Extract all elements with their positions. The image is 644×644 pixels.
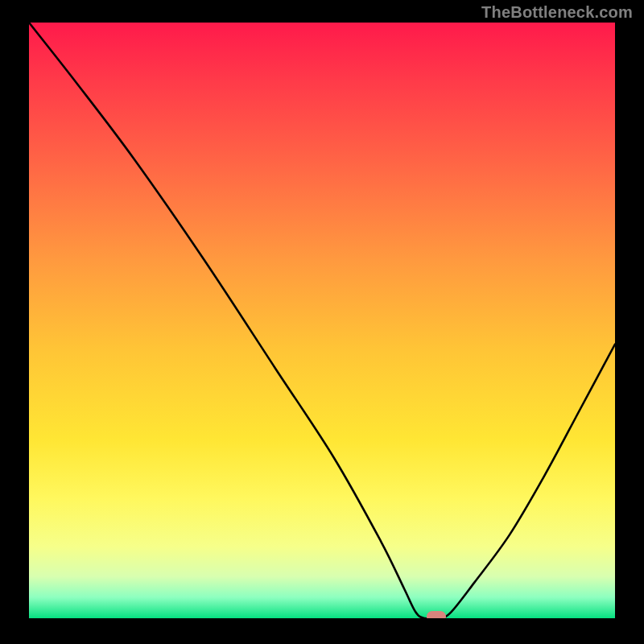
plot-area	[29, 23, 615, 618]
svg-rect-1	[427, 611, 446, 618]
watermark-text: TheBottleneck.com	[481, 3, 633, 22]
chart-frame: TheBottleneck.com	[0, 0, 644, 644]
highlight-marker	[29, 23, 615, 618]
